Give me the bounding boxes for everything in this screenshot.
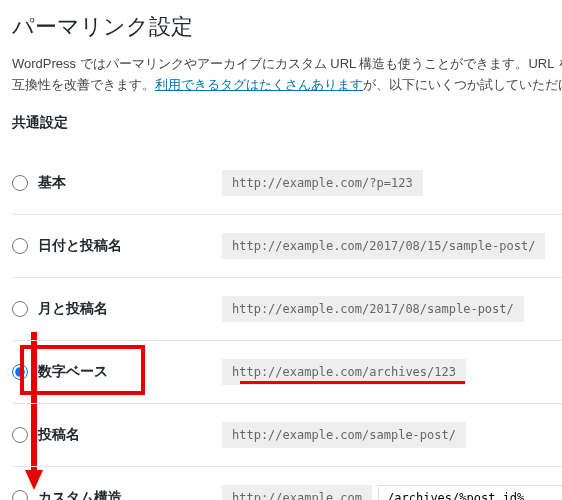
- option-row-default: 基本 http://example.com/?p=123: [12, 152, 562, 215]
- example-custom-base: http://example.com: [222, 485, 372, 500]
- option-row-custom: カスタム構造 http://example.com: [12, 467, 562, 500]
- radio-label-custom[interactable]: カスタム構造: [12, 489, 222, 500]
- radio-label-default[interactable]: 基本: [12, 174, 222, 192]
- radio-label-numeric[interactable]: 数字ベース: [12, 363, 222, 381]
- tags-help-link[interactable]: 利用できるタグはたくさんあります: [155, 77, 363, 92]
- radio-label-postname[interactable]: 投稿名: [12, 426, 222, 444]
- radio-postname[interactable]: [12, 427, 28, 443]
- example-default: http://example.com/?p=123: [222, 170, 423, 196]
- page-description: WordPress ではパーマリンクやアーカイブにカスタム URL 構造も使うこ…: [12, 54, 562, 96]
- radio-label-day-name[interactable]: 日付と投稿名: [12, 237, 222, 255]
- label-day-name: 日付と投稿名: [38, 237, 122, 255]
- option-row-day-name: 日付と投稿名 http://example.com/2017/08/15/sam…: [12, 215, 562, 278]
- radio-default[interactable]: [12, 175, 28, 191]
- radio-custom[interactable]: [12, 490, 28, 500]
- option-row-numeric: 数字ベース http://example.com/archives/123: [12, 341, 562, 404]
- desc-text-1: WordPress ではパーマリンクやアーカイブにカスタム URL 構造も使うこ…: [12, 56, 562, 71]
- example-numeric: http://example.com/archives/123: [222, 359, 466, 385]
- example-postname: http://example.com/sample-post/: [222, 422, 466, 448]
- radio-numeric[interactable]: [12, 364, 28, 380]
- radio-day-name[interactable]: [12, 238, 28, 254]
- label-postname: 投稿名: [38, 426, 80, 444]
- section-heading: 共通設定: [12, 114, 562, 132]
- radio-label-month-name[interactable]: 月と投稿名: [12, 300, 222, 318]
- option-row-postname: 投稿名 http://example.com/sample-post/: [12, 404, 562, 467]
- example-day-name: http://example.com/2017/08/15/sample-pos…: [222, 233, 545, 259]
- example-month-name: http://example.com/2017/08/sample-post/: [222, 296, 524, 322]
- page-title: パーマリンク設定: [12, 12, 562, 42]
- label-custom: カスタム構造: [38, 489, 122, 500]
- label-numeric: 数字ベース: [38, 363, 108, 381]
- desc-text-3: が、以下にいくつか試していただける例を用意: [363, 77, 562, 92]
- custom-structure-input[interactable]: [378, 485, 562, 500]
- desc-text-2: 互換性を改善できます。: [12, 77, 155, 92]
- option-row-month-name: 月と投稿名 http://example.com/2017/08/sample-…: [12, 278, 562, 341]
- radio-month-name[interactable]: [12, 301, 28, 317]
- label-month-name: 月と投稿名: [38, 300, 108, 318]
- label-default: 基本: [38, 174, 66, 192]
